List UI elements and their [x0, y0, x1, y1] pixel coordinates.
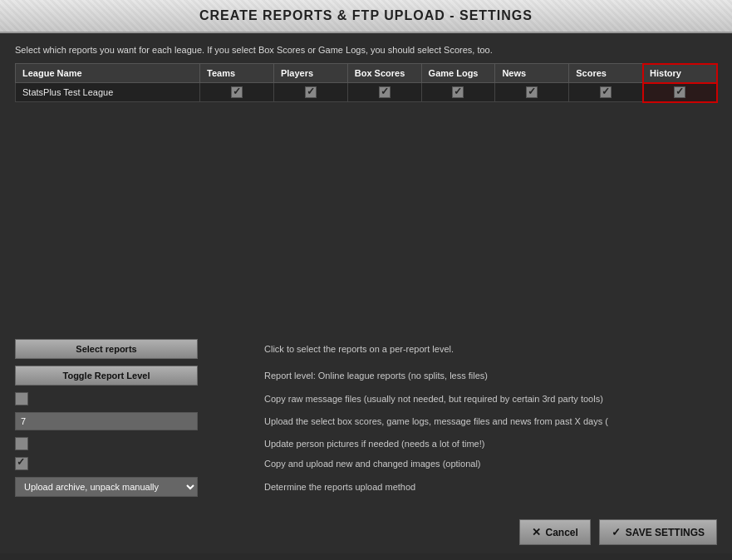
upload-days-input[interactable]	[15, 412, 198, 430]
box-scores-checkbox[interactable]	[379, 86, 391, 98]
toggle-report-level-desc: Report level: Online league reports (no …	[264, 371, 717, 381]
box-scores-check-cell[interactable]	[347, 83, 421, 102]
upload-method-select[interactable]: Upload archive, unpack manually FTP dire…	[15, 477, 198, 497]
update-pictures-checkbox[interactable]	[15, 437, 28, 450]
game-logs-check-cell[interactable]	[421, 83, 495, 102]
select-reports-button[interactable]: Select reports	[15, 339, 198, 359]
controls-area: Select reports Click to select the repor…	[15, 339, 717, 504]
toggle-report-level-left: Toggle Report Level	[15, 366, 264, 386]
col-players: Players	[273, 64, 347, 83]
scores-check-cell[interactable]	[569, 83, 643, 102]
upload-method-row: Upload archive, unpack manually FTP dire…	[15, 477, 717, 497]
news-checkbox[interactable]	[526, 86, 538, 98]
footer-buttons: ✕ Cancel ✓ SAVE SETTINGS	[519, 519, 718, 545]
upload-method-select-wrapper: Upload archive, unpack manually FTP dire…	[15, 477, 198, 497]
table-row: StatsPlus Test League	[16, 83, 717, 102]
upload-days-row: Upload the select box scores, game logs,…	[15, 412, 717, 430]
upload-method-desc: Determine the reports upload method	[264, 482, 717, 492]
upload-days-desc: Upload the select box scores, game logs,…	[264, 416, 717, 426]
update-pictures-row: Update person pictures if needed (needs …	[15, 437, 717, 450]
col-scores: Scores	[569, 64, 643, 83]
select-reports-desc: Click to select the reports on a per-rep…	[264, 344, 717, 354]
col-teams: Teams	[200, 64, 274, 83]
players-checkbox[interactable]	[305, 86, 317, 98]
players-check-cell[interactable]	[273, 83, 347, 102]
col-league-name: League Name	[16, 64, 200, 83]
save-icon: ✓	[612, 526, 621, 538]
history-checkbox[interactable]	[674, 86, 685, 98]
col-history: History	[643, 64, 717, 83]
col-game-logs: Game Logs	[421, 64, 495, 83]
copy-images-left	[15, 457, 264, 470]
cancel-button[interactable]: ✕ Cancel	[519, 519, 591, 545]
main-content: Select which reports you want for each l…	[0, 33, 732, 553]
instructions-text: Select which reports you want for each l…	[15, 45, 717, 55]
scores-checkbox[interactable]	[600, 86, 612, 98]
select-reports-left: Select reports	[15, 339, 264, 359]
copy-raw-files-desc: Copy raw message files (usually not need…	[264, 394, 717, 404]
select-reports-row: Select reports Click to select the repor…	[15, 339, 717, 359]
save-settings-button[interactable]: ✓ SAVE SETTINGS	[599, 519, 717, 545]
cancel-label: Cancel	[546, 527, 578, 538]
teams-check-cell[interactable]	[200, 83, 274, 102]
window-title: CREATE REPORTS & FTP UPLOAD - SETTINGS	[199, 8, 533, 22]
news-check-cell[interactable]	[495, 83, 569, 102]
copy-raw-files-left	[15, 392, 264, 405]
history-check-cell[interactable]	[643, 83, 717, 102]
upload-method-left: Upload archive, unpack manually FTP dire…	[15, 477, 264, 497]
copy-images-checkbox[interactable]	[15, 457, 28, 470]
upload-days-left	[15, 412, 264, 430]
col-box-scores: Box Scores	[347, 64, 421, 83]
league-name-cell: StatsPlus Test League	[16, 83, 200, 102]
update-pictures-left	[15, 437, 264, 450]
cancel-icon: ✕	[532, 526, 541, 538]
copy-raw-files-row: Copy raw message files (usually not need…	[15, 392, 717, 405]
title-bar: CREATE REPORTS & FTP UPLOAD - SETTINGS	[0, 0, 732, 33]
col-news: News	[495, 64, 569, 83]
teams-checkbox[interactable]	[231, 86, 243, 98]
game-logs-checkbox[interactable]	[452, 86, 464, 98]
toggle-report-level-row: Toggle Report Level Report level: Online…	[15, 366, 717, 386]
update-pictures-desc: Update person pictures if needed (needs …	[264, 439, 717, 449]
copy-raw-files-checkbox[interactable]	[15, 392, 28, 405]
save-label: SAVE SETTINGS	[626, 527, 705, 538]
toggle-report-level-button[interactable]: Toggle Report Level	[15, 366, 198, 386]
reports-table: League Name Teams Players Box Scores Gam…	[15, 63, 717, 102]
copy-images-desc: Copy and upload new and changed images (…	[264, 459, 717, 469]
copy-images-row: Copy and upload new and changed images (…	[15, 457, 717, 470]
